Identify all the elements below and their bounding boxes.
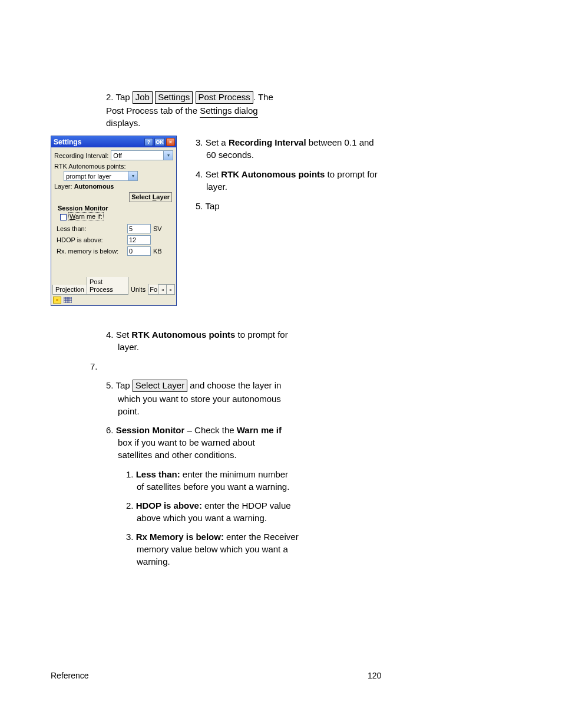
layer-row: Layer: Autonomous [54, 183, 173, 190]
settings-button-inline: Settings [155, 91, 193, 104]
post-process-button-inline: Post Process [196, 91, 253, 104]
hdop-label: HDOP is above: [57, 236, 127, 243]
dialog-titlebar: Settings ? OK × [51, 136, 176, 147]
recording-interval-row: Recording Interval: Off ▾ [54, 150, 173, 160]
warn-row: Warn me if: [60, 213, 173, 220]
tab-projection[interactable]: Projection [52, 285, 87, 295]
li1a: 1. Less than: enter the minimum number [126, 469, 288, 480]
footer-right: 120 [368, 671, 381, 680]
dialog-body: Recording Interval: Off ▾ RTK Autonomous… [51, 147, 176, 256]
tab-units[interactable]: Units [128, 284, 148, 295]
step5-line2: which you want to store your autonomous [118, 393, 281, 405]
dialog-title-text: Settings [54, 138, 81, 146]
bigstep7-num: 7. [90, 361, 98, 373]
tab-post-process[interactable]: Post Process [87, 277, 128, 295]
titlebar-buttons: ? OK × [144, 138, 175, 146]
tab-arrows: ◂ ▸ [158, 284, 175, 295]
less-than-label: Less than: [57, 225, 127, 232]
job-button-inline: Job [133, 91, 153, 104]
recording-interval-dropdown[interactable]: Off ▾ [111, 150, 173, 160]
close-button[interactable]: × [166, 138, 175, 146]
warn-checkbox[interactable] [60, 214, 67, 220]
li1b: of satellites before you want a warning. [137, 481, 289, 493]
li2b: above which you want a warning. [137, 512, 267, 524]
select-layer-text: Select Layer [131, 193, 170, 200]
step5-line3: point. [118, 406, 140, 417]
less-than-unit: SV [153, 225, 167, 232]
line3: displays. [106, 117, 140, 129]
keyboard-icon[interactable] [64, 297, 72, 304]
step6-line2: box if you want to be warned about [118, 437, 255, 449]
dialog-tabs: Projection Post Process Units Fo ◂ ▸ [52, 277, 175, 295]
page: 2. Tap Job Settings Post Process. The Po… [0, 0, 562, 728]
help-button[interactable]: ? [144, 138, 153, 146]
rtk-label: RTK Autonomous points: [54, 163, 173, 170]
hdop-input[interactable] [127, 235, 151, 245]
step4-repeat-2: layer. [118, 341, 139, 353]
step5-line1: 5. Tap [196, 201, 220, 211]
instruction-header-line: 2. Tap Job Settings Post Process. The [106, 91, 273, 104]
warn-grid: Less than: SV HDOP is above: Rx. memory … [57, 224, 173, 256]
step4-repeat-1: 4. Set RTK Autonomous points to prompt f… [106, 329, 288, 341]
li2a: 2. HDOP is above: enter the HDOP value [126, 500, 291, 512]
session-monitor-label: Session Monitor [58, 205, 173, 212]
rtk-dropdown-row: prompt for layer ▾ [64, 171, 173, 181]
tab-scroll-right[interactable]: ▸ [166, 284, 175, 295]
chevron-down-icon: ▾ [163, 151, 173, 160]
text-before-buttons: 2. Tap [106, 92, 133, 102]
step6-line3: satellites and other conditions. [118, 449, 237, 461]
layer-value: Autonomous [74, 183, 114, 190]
step6-line1: 6. Session Monitor – Check the Warn me i… [106, 424, 282, 436]
rx-unit: KB [153, 248, 167, 255]
ok-button[interactable]: OK [154, 138, 165, 146]
tab-scroll-left[interactable]: ◂ [158, 284, 167, 295]
line2-a: Post Process [106, 106, 158, 116]
step5-repeat: 5. Tap Select Layer and choose the layer… [106, 380, 281, 392]
select-layer-inline-button: Select Layer [133, 380, 187, 392]
line2-wrap: Post Process tab of the Settings dialog [106, 105, 258, 118]
dialog-toolbar [52, 296, 175, 304]
step4-line1: 4. Set RTK Autonomous points to prompt f… [196, 169, 378, 179]
li3b: memory value below which you want a [137, 543, 288, 555]
select-layer-button[interactable]: Select Layer [129, 192, 172, 202]
sun-icon[interactable] [53, 297, 61, 304]
rtk-value: prompt for layer [66, 173, 111, 180]
warn-label: Warn me if: [68, 212, 104, 220]
step3-line2: 60 seconds. [206, 150, 254, 160]
layer-label: Layer: [54, 183, 74, 190]
session-monitor-group: Session Monitor Warn me if: Less than: S… [54, 203, 173, 256]
step3-line1: 3. Set a Recording Interval between 0.1 … [196, 137, 374, 147]
chevron-down-icon: ▾ [128, 172, 137, 180]
rx-input[interactable] [127, 246, 151, 256]
settings-dialog-underline: Settings dialog [200, 105, 257, 118]
recording-interval-label: Recording Interval: [54, 152, 108, 159]
recording-interval-value: Off [113, 152, 121, 159]
rx-label: Rx. memory is below: [57, 248, 127, 255]
select-layer-row: Select Layer [54, 192, 172, 202]
step4-line2: layer. [206, 182, 227, 192]
settings-dialog: Settings ? OK × Recording Interval: Off … [51, 136, 177, 306]
line2-b: tab of the [161, 106, 200, 116]
li3c: warning. [137, 556, 170, 568]
li3a: 3. Rx Memory is below: enter the Receive… [126, 531, 299, 543]
rtk-dropdown[interactable]: prompt for layer ▾ [64, 171, 138, 181]
footer-left: Reference [51, 671, 89, 680]
svg-rect-0 [64, 297, 72, 303]
less-than-input[interactable] [127, 224, 151, 233]
text-after-buttons: . The [253, 92, 273, 102]
